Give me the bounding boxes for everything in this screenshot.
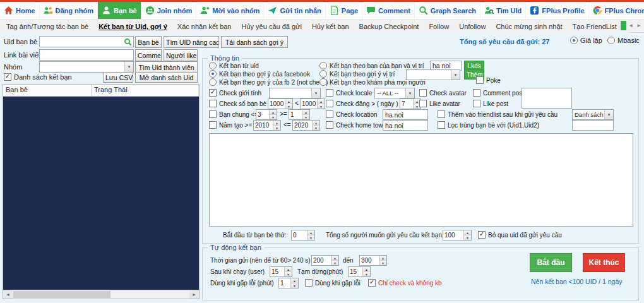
toolbar-item-comment[interactable]: Comment (362, 2, 415, 19)
like-post-checkbox[interactable]: Like post (473, 100, 508, 107)
uid-input-field[interactable] (40, 37, 122, 47)
location-input[interactable] (383, 109, 428, 120)
spinner-up-icon[interactable] (302, 110, 309, 115)
spinner-down-icon[interactable] (464, 235, 471, 240)
spinner-up-icon[interactable] (318, 99, 325, 104)
mo-danh-sach-uid-button[interactable]: Mở danh sách Uid (135, 72, 198, 83)
tab-scroll-left-icon[interactable] (627, 23, 635, 28)
scrollbar-track[interactable] (13, 290, 189, 299)
ket-ban-tu-uid-radio[interactable]: Kết bạn từ uid (209, 62, 259, 69)
mutual-min-spinner[interactable]: 1 (289, 109, 310, 120)
toolbar-item-moi-vao-nhom[interactable]: Mời vào nhóm (196, 2, 264, 19)
spinner-arrows[interactable] (284, 267, 292, 276)
spinner-up-icon[interactable] (313, 121, 319, 126)
spinner-down-icon[interactable] (331, 261, 338, 265)
ket-ban-kham-pha-radio[interactable]: Kết bạn theo khám phá mọi người (319, 78, 426, 86)
loc-trung-checkbox[interactable]: Lọc trùng bạn bè với (Uid1,Uid2) (438, 121, 539, 129)
search-icon[interactable] (122, 37, 133, 47)
spinner-arrows[interactable] (312, 121, 319, 130)
post-days-spinner[interactable]: 7 (400, 98, 421, 109)
link-bai-viet-input[interactable] (39, 49, 134, 61)
spinner-arrows[interactable] (285, 99, 292, 109)
spinner-up-icon[interactable] (291, 278, 298, 283)
spinner-down-icon[interactable] (302, 115, 309, 119)
toolbar-item-home[interactable]: Home (0, 2, 40, 19)
ket-ban-theo-ban-vi-tri-radio[interactable]: Kết bạn theo bạn của bạn và vị trí (319, 62, 424, 69)
toolbar-item-tim-uid[interactable]: Tìm UId (480, 2, 526, 19)
mbasic-radio[interactable]: Mbasic (607, 37, 640, 44)
spinner-down-icon[interactable] (313, 126, 319, 130)
check-gioi-tinh-checkbox[interactable]: Check giới tính (209, 89, 261, 97)
ban-chung-checkbox[interactable]: Bạn chung <= (209, 110, 258, 118)
spinner-down-icon[interactable] (291, 283, 298, 288)
column-header-ban-be[interactable]: Bạn bè (3, 85, 92, 96)
tab-huy-yeu-cau[interactable]: Hủy yêu cầu đã gửi (236, 21, 306, 32)
table-body[interactable] (3, 97, 199, 290)
spinner-down-icon[interactable] (285, 272, 292, 276)
toolbar-item-join-nhom[interactable]: Join nhóm (141, 2, 197, 19)
chi-check-khong-kb-checkbox[interactable]: Chỉ check và không kb (368, 279, 442, 287)
start-from-spinner[interactable]: 0 (291, 230, 315, 241)
tai-danh-sach-goi-y-button[interactable]: Tải danh sách gợi ý (221, 36, 288, 48)
spinner-down-icon[interactable] (307, 235, 314, 240)
spinner-up-icon[interactable] (270, 110, 277, 115)
spinner-up-icon[interactable] (379, 256, 386, 261)
spinner-arrows[interactable] (269, 110, 277, 119)
tab-follow[interactable]: Follow (424, 21, 454, 32)
mutual-max-spinner[interactable]: 3 (256, 109, 277, 120)
check-so-ban-be-checkbox[interactable]: Check số bạn bè > (209, 100, 272, 107)
spinner-arrows[interactable] (317, 99, 325, 109)
toolbar-item-fplus-profile[interactable]: FPlus Profile (526, 2, 588, 19)
tab-backup-checkpoint[interactable]: Backup Checkpoint (354, 21, 424, 32)
tab-scroll-right-icon[interactable] (635, 23, 643, 28)
locale-select[interactable]: -- ALL -- (374, 88, 415, 98)
toolbar-item-page[interactable]: Page (326, 2, 362, 19)
spinner-arrows[interactable] (290, 278, 298, 288)
spinner-arrows[interactable] (273, 121, 280, 130)
spinner-up-icon[interactable] (363, 267, 370, 272)
spinner-arrows[interactable] (379, 256, 386, 265)
comment-post-input[interactable] (522, 88, 572, 109)
check-avatar-checkbox[interactable]: Check avatar (419, 89, 467, 97)
gia-lap-radio[interactable]: Giả lập (570, 37, 602, 44)
spinner-arrows[interactable] (362, 267, 370, 276)
total-requests-spinner[interactable]: 100 (443, 230, 472, 241)
scroll-right-icon[interactable] (189, 290, 199, 299)
spinner-down-icon[interactable] (285, 104, 292, 109)
tab-xac-nhan-ket-ban[interactable]: Xác nhận kết bạn (172, 21, 237, 32)
luu-csv-button[interactable]: Lưu CSV (103, 72, 133, 83)
like-avatar-checkbox[interactable]: Like avatar (419, 100, 460, 107)
spinner-down-icon[interactable] (318, 104, 325, 109)
toolbar-item-gui-tin-nhan[interactable]: Gửi tin nhắn (264, 2, 325, 19)
spinner-down-icon[interactable] (273, 126, 280, 130)
time-max-spinner[interactable]: 300 (359, 255, 387, 266)
ket-ban-goi-y-fb2-radio[interactable]: Kết bạn theo gợi ý của fb 2 (not check) (209, 78, 328, 86)
tab-tao-friendlist[interactable]: Tạo FriendList (568, 21, 622, 32)
time-min-spinner[interactable]: 200 (311, 255, 339, 266)
toolbar-item-graph-search[interactable]: Graph Search (415, 2, 480, 19)
gender-select[interactable] (269, 88, 321, 98)
nam-tao-checkbox[interactable]: Năm tạo >= (209, 121, 252, 129)
check-dang-ngay-checkbox[interactable]: Check đăng > ( ngày ) (326, 100, 398, 107)
tab-tag-anh[interactable]: Tag ảnh/Tương tác bạn bè (1, 21, 93, 32)
comment-button[interactable]: Comment (135, 49, 162, 61)
tab-chuc-mung-sinh-nhat[interactable]: Chúc mừng sinh nhật (491, 21, 567, 32)
comment-post-checkbox[interactable]: Comment post (473, 89, 524, 97)
poke-checkbox[interactable]: Poke (476, 76, 501, 84)
check-home-town-checkbox[interactable]: Check home town (326, 121, 386, 129)
spinner-down-icon[interactable] (379, 261, 386, 265)
check-locale-checkbox[interactable]: Check locale (326, 89, 372, 97)
spinner-arrows[interactable] (463, 230, 471, 240)
year-min-spinner[interactable]: 2010 (253, 120, 281, 131)
spinner-arrows[interactable] (331, 256, 338, 265)
spinner-up-icon[interactable] (285, 99, 292, 104)
bat-dau-button[interactable]: Bắt đầu (530, 253, 572, 272)
tab-ket-ban-tu-uid[interactable]: Kết bạn từ Uid, gợi ý (93, 21, 172, 32)
friends-min-spinner[interactable]: 1000 (268, 98, 293, 109)
spinner-arrows[interactable] (302, 110, 309, 119)
friends-max-spinner[interactable]: 1000 (300, 98, 325, 109)
tab-unfollow[interactable]: Unfollow (454, 21, 491, 32)
year-max-spinner[interactable]: 2020 (292, 120, 320, 131)
toolbar-item-fplus-chrome[interactable]: FPlus Chrome (589, 2, 644, 19)
scroll-left-icon[interactable] (3, 290, 13, 299)
